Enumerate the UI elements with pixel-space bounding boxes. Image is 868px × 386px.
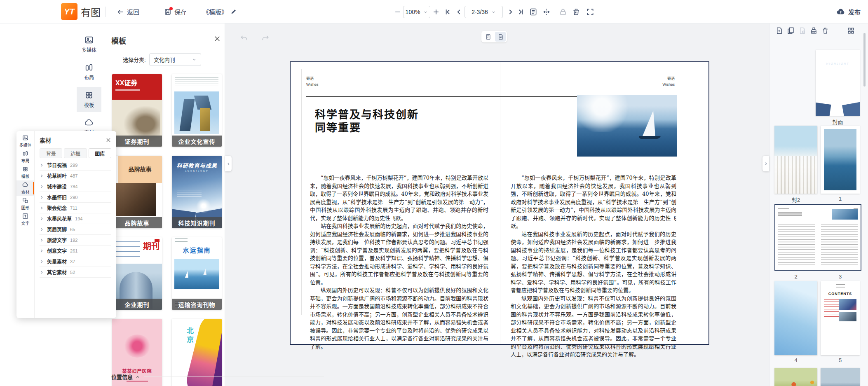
material-category-row[interactable]: 水墨怀旧290	[40, 192, 111, 203]
tab-gallery[interactable]: 图库	[89, 148, 111, 158]
chevron-right-icon	[40, 174, 44, 178]
pages-panel: 科研教育与成果 HIGHLIGHT 封面 封2 1 2 3	[769, 23, 868, 386]
page-number-view-button[interactable]	[495, 32, 506, 42]
document-spread[interactable]: 寄语Wishes 寄语Wishes 科学普及与科技创新同等重要 “忽如一夜春风来…	[290, 61, 709, 345]
collapse-left-panel-tab[interactable]	[225, 156, 232, 171]
zoom-out-button[interactable]	[394, 8, 402, 16]
article-title[interactable]: 科学普及与科技创新同等重要	[315, 108, 419, 134]
previous-page-button[interactable]	[455, 8, 463, 16]
add-page-icon[interactable]	[775, 27, 783, 35]
zoom-level-select[interactable]: 100%	[403, 6, 430, 18]
document-paragraph: 站在我国科技事业发展新的历史起点，面对时代赋予我们的历史使命，如何适应我国经济社…	[511, 230, 676, 295]
rail-item-multimedia[interactable]: 多媒体	[16, 133, 34, 149]
next-page-button[interactable]	[506, 8, 514, 16]
merge-pages-icon[interactable]	[542, 8, 551, 16]
thumbnail-page-6-partial[interactable]	[774, 368, 817, 386]
material-category-row[interactable]: 旅游文字192	[40, 235, 111, 246]
rail-item-material[interactable]: 素材	[16, 180, 34, 196]
clean-page-icon[interactable]	[810, 27, 818, 35]
sailboat-photo[interactable]	[577, 95, 677, 157]
page-content-view-button[interactable]	[483, 32, 493, 42]
category-select[interactable]: 文化内刊	[149, 53, 201, 66]
document-title[interactable]: 《模版》	[203, 0, 237, 23]
rail-item-template[interactable]: 模板	[16, 165, 34, 180]
material-category-count: 299	[70, 163, 77, 168]
tab-background[interactable]: 背景	[40, 148, 62, 158]
edit-pencil-icon[interactable]	[230, 9, 237, 15]
template-card-beijing[interactable]: 北京	[172, 319, 222, 386]
material-category-row[interactable]: 城市建设784	[40, 181, 111, 192]
undo-icon[interactable]	[240, 34, 248, 42]
document-paragraph: 纵观国内外历史可以发现：科普不仅可以为创新提供良好的氛围和文化基础，更会为创新提…	[310, 286, 488, 351]
material-category-count: 65	[70, 227, 75, 232]
cover-art: XX证券	[112, 74, 162, 100]
material-category-row[interactable]: 矢量素材37	[40, 256, 111, 267]
redo-icon[interactable]	[261, 34, 270, 42]
tab-border[interactable]: 边框	[64, 148, 87, 158]
chevron-left-icon	[226, 161, 231, 166]
sidebar-item-multimedia[interactable]: 多媒体	[77, 32, 101, 57]
chevron-right-icon	[40, 270, 44, 274]
publish-button[interactable]: 发布	[836, 0, 861, 23]
grid-view-icon[interactable]	[847, 27, 855, 35]
material-category-row[interactable]: 页眉页脚65	[40, 224, 111, 235]
sidebar-item-template[interactable]: 模板	[77, 87, 101, 112]
template-card-shipping-journal[interactable]: 水运指南 运输咨询刊物	[172, 237, 222, 310]
lock-icon[interactable]	[559, 8, 567, 16]
template-card-science-journal[interactable]: 科研教育与成果 HIGHLIGHT 科技知识期刊	[172, 156, 222, 228]
thumbnail-cover[interactable]: 科研教育与成果 HIGHLIGHT	[816, 50, 860, 116]
save-button[interactable]: 保存	[164, 0, 187, 23]
zoom-in-button[interactable]	[432, 8, 440, 16]
delete-page-icon[interactable]	[821, 27, 829, 35]
thumbnail-page-5[interactable]: CONTENTS	[821, 281, 860, 355]
paste-page-icon[interactable]	[798, 27, 806, 35]
app-logo[interactable]: YT 有图	[61, 3, 101, 20]
thumbnail-page-4[interactable]	[774, 281, 817, 355]
template-card-brand-story[interactable]: 品牌故事 品牌故事	[112, 156, 162, 228]
category-label: 选择分类:	[123, 56, 146, 63]
thumbnail-label: 1	[821, 196, 860, 202]
template-card-enterprise-journal[interactable]: 期刊 企业期刊	[112, 237, 162, 310]
last-page-button[interactable]	[517, 8, 525, 16]
layout-icon	[22, 150, 28, 157]
delete-page-icon[interactable]	[572, 8, 580, 16]
sidebar-item-layout[interactable]: 布局	[77, 59, 101, 84]
thumbnail-label: 3	[821, 274, 860, 280]
rail-item-text[interactable]: 文字	[16, 212, 34, 227]
template-caption: 运输咨询刊物	[172, 299, 222, 310]
material-category-row[interactable]: 聚会纪念711	[40, 203, 111, 213]
page-3-body-text[interactable]: “忽如一夜春风来，千树万树梨花开”，建国70年来，特别是改革开放以来，随着我国经…	[511, 174, 676, 359]
material-category-label: 城市建设	[47, 183, 67, 190]
thumbnail-spread-2-3-selected[interactable]	[774, 204, 861, 271]
template-icon	[22, 166, 28, 172]
template-card-securities[interactable]: XX证券 证券期刊	[112, 74, 162, 147]
thumbnail-page-1[interactable]	[821, 126, 860, 194]
first-page-button[interactable]	[443, 8, 452, 16]
close-icon[interactable]	[106, 137, 111, 143]
material-category-row[interactable]: 水墨风花草194	[40, 213, 111, 224]
copy-page-icon[interactable]	[787, 27, 795, 35]
expand-right-panel-tab[interactable]	[762, 156, 769, 171]
page-notes-icon[interactable]	[529, 8, 537, 16]
rail-item-shapes[interactable]: 图形	[16, 196, 34, 212]
close-icon[interactable]	[213, 35, 221, 42]
template-card-corporate-culture[interactable]: 企业文化宣传	[172, 74, 222, 147]
material-category-row[interactable]: 节日祝福299	[40, 160, 111, 171]
margin-guide	[301, 69, 302, 315]
thumbnail-cover2[interactable]	[774, 126, 817, 194]
position-info-toggle[interactable]: 位置信息	[111, 373, 140, 381]
app-window: YT 有图 返回 保存 《模版》 100% 2-3/36	[0, 0, 868, 386]
material-category-row[interactable]: 花草树叶487	[40, 171, 111, 181]
material-category-row[interactable]: 创意文字261	[40, 246, 111, 256]
logo-badge: YT	[61, 3, 77, 20]
editor-canvas[interactable]: 寄语Wishes 寄语Wishes 科学普及与科技创新同等重要 “忽如一夜春风来…	[225, 23, 769, 386]
pages-scrollbar[interactable]	[863, 33, 866, 87]
chevron-down-icon	[423, 10, 428, 14]
thumbnail-page-7-partial[interactable]	[821, 368, 860, 386]
rail-item-layout[interactable]: 布局	[16, 149, 34, 165]
fullscreen-icon[interactable]	[586, 8, 594, 16]
back-button[interactable]: 返回	[117, 0, 139, 23]
page-2-body-text[interactable]: “忽如一夜春风来，千树万树梨花开”，建国70年来，特别是改革开放以来，随着我国经…	[310, 174, 488, 351]
page-indicator-select[interactable]: 2-3/36	[464, 6, 503, 18]
material-category-row[interactable]: 其它素材52	[40, 267, 111, 278]
